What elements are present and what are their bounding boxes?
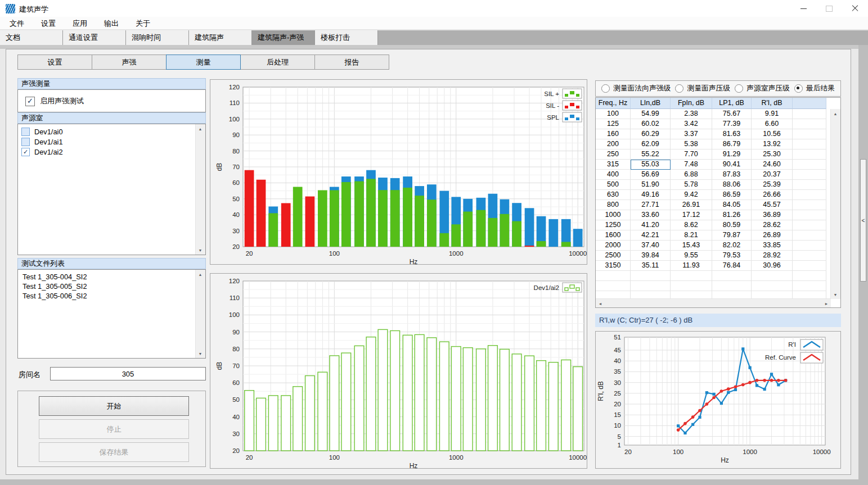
table-empty-cell[interactable] <box>596 271 631 281</box>
sub-tab-0[interactable]: 设置 <box>17 55 92 70</box>
table-empty-cell[interactable] <box>631 271 671 281</box>
table-cell-r12c5[interactable] <box>793 230 826 241</box>
table-cell-r8c3[interactable]: 86.59 <box>712 190 752 200</box>
channel-checkbox[interactable] <box>21 138 30 146</box>
channel-item-0[interactable]: Dev1/ai0 <box>18 126 195 137</box>
scroll-up-icon[interactable]: ▲ <box>831 109 840 118</box>
table-cell-r4c0[interactable]: 250 <box>596 149 631 160</box>
test-file-item-2[interactable]: Test 1_305-006_SI2 <box>18 291 195 301</box>
table-cell-r9c2[interactable]: 26.91 <box>671 200 712 210</box>
table-cell-r8c4[interactable]: 26.66 <box>752 190 793 200</box>
test-file-item-0[interactable]: Test 1_305-004_SI2 <box>18 272 195 282</box>
table-cell-r10c4[interactable]: 36.89 <box>752 210 793 220</box>
scroll-down-icon[interactable]: ▼ <box>196 349 205 358</box>
table-hscrollbar[interactable]: ◄ ► <box>596 298 831 307</box>
table-vscrollbar[interactable]: ▲ ▼ <box>830 109 840 299</box>
table-cell-r1c0[interactable]: 125 <box>596 119 631 129</box>
table-header-2[interactable]: FpIn, dB <box>671 98 712 109</box>
table-cell-r2c2[interactable]: 3.37 <box>671 129 712 139</box>
table-cell-r11c1[interactable]: 41.20 <box>631 220 671 230</box>
table-cell-r7c1[interactable]: 51.90 <box>631 180 671 190</box>
table-cell-r4c4[interactable]: 25.30 <box>752 149 793 160</box>
table-cell-r7c2[interactable]: 5.78 <box>671 180 712 190</box>
table-cell-r13c1[interactable]: 37.40 <box>631 241 671 251</box>
table-cell-r3c2[interactable]: 5.38 <box>671 139 712 149</box>
table-empty-cell[interactable] <box>631 281 671 291</box>
table-cell-r0c2[interactable]: 2.38 <box>671 109 712 119</box>
radio-option-2[interactable]: 声源室声压级 <box>735 84 790 93</box>
table-cell-r8c1[interactable]: 49.16 <box>631 190 671 200</box>
menu-item-1[interactable]: 设置 <box>33 17 64 30</box>
table-cell-r11c0[interactable]: 1250 <box>596 220 631 230</box>
table-cell-r11c4[interactable]: 28.62 <box>752 220 793 230</box>
table-cell-r6c3[interactable]: 87.83 <box>712 170 752 180</box>
menu-item-2[interactable]: 应用 <box>64 17 96 30</box>
table-cell-r5c3[interactable]: 90.41 <box>712 160 752 170</box>
table-cell-r9c4[interactable]: 45.57 <box>752 200 793 210</box>
menu-item-4[interactable]: 关于 <box>127 17 159 30</box>
enable-si-checkbox[interactable] <box>25 97 35 106</box>
table-cell-r3c1[interactable]: 62.09 <box>631 139 671 149</box>
table-cell-r13c4[interactable]: 33.85 <box>752 241 793 251</box>
table-cell-r5c4[interactable]: 24.60 <box>752 160 793 170</box>
radio-option-0[interactable]: 测量面法向声强级 <box>601 84 671 93</box>
control-button-1[interactable]: 停止 <box>39 419 189 439</box>
main-tab-0[interactable]: 文档 <box>0 30 63 45</box>
table-cell-r4c5[interactable] <box>793 149 826 160</box>
sub-tab-4[interactable]: 报告 <box>314 55 389 70</box>
table-cell-r5c1[interactable]: 55.03 <box>631 160 671 170</box>
table-cell-r7c0[interactable]: 500 <box>596 180 631 190</box>
table-cell-r15c5[interactable] <box>793 261 826 271</box>
table-cell-r10c3[interactable]: 81.26 <box>712 210 752 220</box>
table-header-1[interactable]: LIn,dB <box>631 98 671 109</box>
table-cell-r13c3[interactable]: 82.02 <box>712 241 752 251</box>
table-cell-r11c2[interactable]: 8.62 <box>671 220 712 230</box>
table-cell-r9c3[interactable]: 84.05 <box>712 200 752 210</box>
room-name-input[interactable] <box>50 367 206 380</box>
main-tab-5[interactable]: 楼板打击 <box>315 30 378 45</box>
table-cell-r14c3[interactable]: 79.53 <box>712 251 752 261</box>
enable-si-checkbox-row[interactable]: 启用声强测试 <box>18 90 205 106</box>
table-cell-r15c1[interactable]: 35.11 <box>631 261 671 271</box>
table-cell-r0c3[interactable]: 75.67 <box>712 109 752 119</box>
table-cell-r13c2[interactable]: 15.43 <box>671 241 712 251</box>
sub-tab-2[interactable]: 测量 <box>166 55 241 70</box>
test-file-item-1[interactable]: Test 1_305-005_SI2 <box>18 282 195 291</box>
table-cell-r2c5[interactable] <box>793 129 826 139</box>
table-empty-cell[interactable] <box>712 271 752 281</box>
main-tab-1[interactable]: 通道设置 <box>63 30 126 45</box>
table-cell-r14c1[interactable]: 39.84 <box>631 251 671 261</box>
close-button[interactable] <box>842 0 868 17</box>
menu-item-0[interactable]: 文件 <box>1 17 33 30</box>
main-tab-2[interactable]: 混响时间 <box>126 30 189 45</box>
control-button-0[interactable]: 开始 <box>39 396 189 416</box>
table-empty-cell[interactable] <box>671 271 712 281</box>
table-cell-r13c0[interactable]: 2000 <box>596 241 631 251</box>
table-cell-r10c2[interactable]: 17.12 <box>671 210 712 220</box>
table-cell-r8c5[interactable] <box>793 190 826 200</box>
scroll-down-icon[interactable]: ▼ <box>196 246 205 255</box>
table-cell-r6c2[interactable]: 6.88 <box>671 170 712 180</box>
table-cell-r14c0[interactable]: 2500 <box>596 251 631 261</box>
table-cell-r12c4[interactable]: 26.89 <box>752 230 793 241</box>
table-cell-r2c4[interactable]: 10.56 <box>752 129 793 139</box>
table-cell-r15c4[interactable]: 30.96 <box>752 261 793 271</box>
table-cell-r2c0[interactable]: 160 <box>596 129 631 139</box>
table-cell-r15c2[interactable]: 11.93 <box>671 261 712 271</box>
table-cell-r8c2[interactable]: 9.42 <box>671 190 712 200</box>
table-cell-r2c3[interactable]: 81.63 <box>712 129 752 139</box>
table-cell-r10c1[interactable]: 33.60 <box>631 210 671 220</box>
table-cell-r7c4[interactable]: 25.39 <box>752 180 793 190</box>
table-cell-r14c5[interactable] <box>793 251 826 261</box>
table-empty-cell[interactable] <box>793 281 826 291</box>
table-header-3[interactable]: LP1, dB <box>712 98 752 109</box>
table-cell-r4c1[interactable]: 55.22 <box>631 149 671 160</box>
table-cell-r0c4[interactable]: 9.91 <box>752 109 793 119</box>
table-cell-r5c0[interactable]: 315 <box>596 160 631 170</box>
scroll-left-icon[interactable]: ◄ <box>596 299 605 308</box>
source-room-scrollbar[interactable]: ▲ ▼ <box>195 124 205 255</box>
scroll-up-icon[interactable]: ▲ <box>196 270 205 279</box>
channel-item-2[interactable]: Dev1/ai2 <box>18 147 195 157</box>
table-empty-cell[interactable] <box>793 271 826 281</box>
menu-item-3[interactable]: 输出 <box>96 17 127 30</box>
